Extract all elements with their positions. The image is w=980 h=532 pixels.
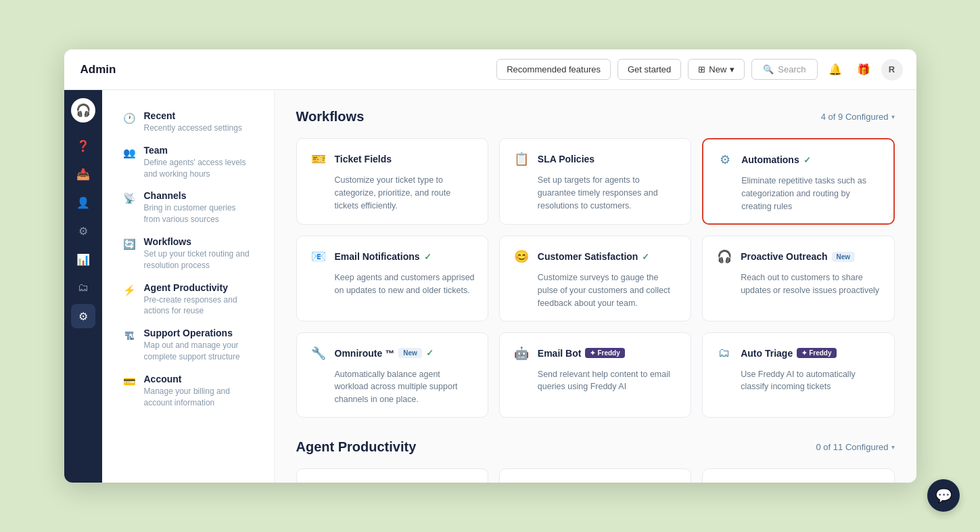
sla-policies-desc: Set up targets for agents to guarantee t… [512,174,678,212]
agent-productivity-config: 0 of 11 Configured ▾ [816,442,895,452]
new-button[interactable]: ⊞ New ▾ [688,59,745,80]
ticket-fields-desc: Customize your ticket type to categorize… [309,174,475,212]
nav-item-channels[interactable]: 📡 Channels Bring in customer queries fro… [116,185,260,231]
sidebar-icon-contacts[interactable]: 👤 [71,190,95,215]
email-bot-desc: Send relevant help content to email quer… [512,368,678,394]
workflow-card-ticket-fields[interactable]: 🎫 Ticket Fields Customize your ticket ty… [296,138,488,225]
email-notifications-desc: Keep agents and customers apprised on up… [309,271,475,297]
top-bar: Admin Recommended features Get started ⊞… [64,49,916,90]
workflows-icon: 🔄 [122,237,137,252]
omniroute-icon: 🔧 [309,344,328,363]
sidebar-icon-conversations[interactable]: ❓ [71,133,95,158]
get-started-button[interactable]: Get started [617,59,681,80]
agent-productivity-chevron: ▾ [891,443,895,451]
chat-button[interactable]: 💬 [927,479,960,512]
nav-item-support-operations[interactable]: 🏗 Support Operations Map out and manage … [116,322,260,368]
workflow-card-auto-triage[interactable]: 🗂 Auto Triage ✦ Freddy Use Freddy AI to … [702,332,894,418]
recommended-features-button[interactable]: Recommended features [496,59,611,80]
chevron-down-icon: ▾ [891,113,895,120]
automations-desc: Eliminate repetitive tasks such as categ… [716,175,881,213]
scenario-automations-icon: 🔀 [715,480,734,483]
customer-satisfaction-check: ✓ [642,252,649,262]
page-title: Admin [80,63,489,76]
workflow-card-ticket-templates[interactable]: 📄 Ticket Templates Allow agents to log n… [499,468,691,483]
auto-triage-badge: ✦ Freddy [797,348,836,358]
workflow-card-email-bot[interactable]: 🤖 Email Bot ✦ Freddy Send relevant help … [499,332,691,418]
workflow-card-omniroute[interactable]: 🔧 Omniroute ™ New ✓ Automatically balanc… [296,332,488,418]
sla-policies-title: SLA Policies [538,154,594,164]
logo-icon: 🎧 [76,103,91,118]
freddy-icon-2: ✦ [801,349,807,357]
avatar[interactable]: R [881,59,903,81]
nav-section-main: 🕐 Recent Recently accessed settings 👥 Te… [102,101,274,423]
email-bot-title: Email Bot ✦ Freddy [538,348,625,359]
nav-item-workflows[interactable]: 🔄 Workflows Set up your ticket routing a… [116,231,260,277]
auto-triage-title: Auto Triage ✦ Freddy [741,348,836,359]
sidebar-icon-inbox[interactable]: 📥 [71,162,95,186]
proactive-outreach-desc: Reach out to customers to share updates … [715,271,881,297]
workflow-card-automations[interactable]: ⚙ Automations ✓ Eliminate repetitive tas… [702,138,894,225]
ticket-templates-icon: 📄 [512,480,531,483]
chevron-down-icon: ▾ [730,64,734,74]
recent-icon: 🕐 [122,111,137,126]
workflow-card-customer-satisfaction[interactable]: 😊 Customer Satisfaction ✓ Customize surv… [499,236,691,321]
workflow-card-sla-policies[interactable]: 📋 SLA Policies Set up targets for agents… [499,138,691,225]
proactive-outreach-badge: New [832,252,856,262]
omniroute-desc: Automatically balance agent workload acr… [309,368,475,406]
customer-satisfaction-title: Customer Satisfaction ✓ [538,251,650,262]
main-layout: 🎧 ❓ 📥 👤 ⚙ 📊 🗂 ⚙ 🕐 Recent Recently access… [64,90,916,483]
gift-button[interactable]: 🎁 [853,59,874,81]
workflow-card-canned-responses[interactable]: 💬 Canned Responses Pre-create replies to… [296,468,488,483]
support-ops-icon: 🏗 [122,328,137,343]
nav-item-team[interactable]: 👥 Team Define agents' access levels and … [116,139,260,185]
agent-productivity-section-header: Agent Productivity 0 of 11 Configured ▾ [296,439,895,455]
channels-icon: 📡 [122,191,137,206]
workflows-section-header: Workflows 4 of 9 Configured ▾ [296,109,895,125]
auto-triage-desc: Use Freddy AI to automatically classify … [715,368,881,394]
top-bar-actions: Recommended features Get started ⊞ New ▾… [496,59,902,81]
nav-item-recent[interactable]: 🕐 Recent Recently accessed settings [116,105,260,139]
gift-icon: 🎁 [857,63,870,76]
nav-sidebar: 🕐 Recent Recently accessed settings 👥 Te… [102,90,275,483]
customer-satisfaction-icon: 😊 [512,247,531,266]
automations-title: Automations ✓ [741,154,811,165]
search-button[interactable]: 🔍 Search [751,59,817,80]
omniroute-badge: New [398,348,422,358]
ticket-fields-icon: 🎫 [309,150,328,169]
notifications-button[interactable]: 🔔 [824,59,846,81]
team-icon: 👥 [122,146,137,160]
account-icon: 💳 [122,374,137,389]
workflows-config: 4 of 9 Configured ▾ [821,112,895,122]
workflows-title: Workflows [296,109,365,125]
email-notifications-icon: 📧 [309,247,328,266]
sidebar-icon-team[interactable]: ⚙ [71,219,95,243]
sla-policies-icon: 📋 [512,150,531,169]
search-icon: 🔍 [763,64,774,74]
nav-item-agent-productivity[interactable]: ⚡ Agent Productivity Pre-create response… [116,277,260,323]
sidebar-icon-settings[interactable]: ⚙ [71,304,95,328]
agent-productivity-grid: 💬 Canned Responses Pre-create replies to… [296,468,895,483]
chat-icon: 💬 [935,487,952,504]
sidebar-icon-templates[interactable]: 🗂 [71,275,95,300]
workflow-card-proactive-outreach[interactable]: 🎧 Proactive Outreach New Reach out to cu… [702,236,894,321]
automations-icon: ⚙ [716,150,734,169]
email-notifications-title: Email Notifications ✓ [335,251,431,262]
proactive-outreach-title: Proactive Outreach New [741,251,855,262]
workflow-card-email-notifications[interactable]: 📧 Email Notifications ✓ Keep agents and … [296,236,488,321]
icon-sidebar: 🎧 ❓ 📥 👤 ⚙ 📊 🗂 ⚙ [64,90,102,483]
customer-satisfaction-desc: Customize surveys to gauge the pulse of … [512,271,678,309]
content-area: Workflows 4 of 9 Configured ▾ 🎫 Ticket F… [275,90,916,483]
nav-item-account[interactable]: 💳 Account Manage your billing and accoun… [116,368,260,414]
agent-productivity-title: Agent Productivity [296,439,417,455]
agent-productivity-icon: ⚡ [122,283,137,298]
email-notifications-check: ✓ [424,252,431,262]
omniroute-title: Omniroute ™ New ✓ [335,348,434,359]
workflow-card-scenario-automations[interactable]: 🔀 Scenario Automations Perform a routine… [702,468,894,483]
sidebar-icon-reports[interactable]: 📊 [71,247,95,271]
logo[interactable]: 🎧 [71,98,95,123]
new-icon: ⊞ [698,64,705,74]
freddy-icon: ✦ [590,349,595,357]
proactive-outreach-icon: 🎧 [715,247,734,266]
ticket-fields-title: Ticket Fields [335,154,392,164]
workflows-grid: 🎫 Ticket Fields Customize your ticket ty… [296,138,895,418]
